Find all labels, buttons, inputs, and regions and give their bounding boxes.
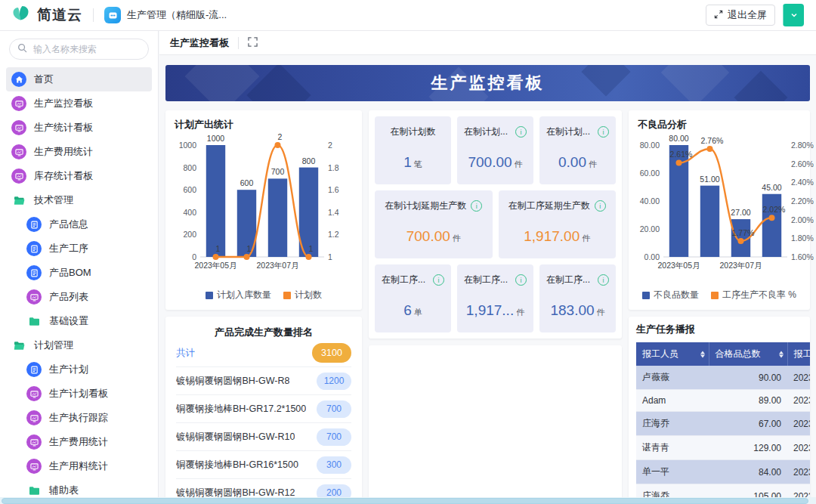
info-icon[interactable]: i <box>598 126 609 138</box>
dashboard-icon <box>26 459 42 474</box>
legend-label: 不良品数量 <box>654 289 699 301</box>
sidebar-item-计划管理[interactable]: 计划管理 <box>6 333 152 357</box>
chart-title: 计划产出统计 <box>175 118 356 131</box>
svg-text:1.2: 1.2 <box>328 230 339 239</box>
sidebar-item-生产统计看板[interactable]: 生产统计看板 <box>6 116 152 140</box>
svg-text:2: 2 <box>328 141 332 150</box>
sidebar-item-label: 生产统计看板 <box>34 121 93 135</box>
svg-text:1.80%: 1.80% <box>791 233 814 243</box>
report-time-cell: 2023-06 <box>787 366 810 390</box>
search-input[interactable] <box>32 43 141 55</box>
svg-text:2.61%: 2.61% <box>670 150 693 159</box>
legend-swatch <box>283 292 291 299</box>
sidebar-item-生产用料统计[interactable]: 生产用料统计 <box>6 454 152 478</box>
horizontal-scrollbar-thumb[interactable] <box>2 498 808 504</box>
legend-item[interactable]: 工序生产不良率 % <box>711 289 796 301</box>
exit-fullscreen-button[interactable]: 退出全屏 <box>706 5 775 26</box>
info-icon[interactable]: i <box>515 126 527 138</box>
sidebar-item-库存统计看板[interactable]: 库存统计看板 <box>6 164 152 188</box>
form-icon <box>26 265 42 280</box>
sidebar-item-生产计划看板[interactable]: 生产计划看板 <box>6 382 152 406</box>
sidebar-item-label: 生产计划看板 <box>49 387 108 400</box>
banner-title: 生产监控看板 <box>431 72 545 94</box>
stat-tile-title: 在制工序延期生产数 <box>508 199 590 212</box>
legend-item[interactable]: 计划数 <box>283 289 322 301</box>
table-header-报工时间[interactable]: 报工时间 <box>787 342 810 366</box>
jiandaoyun-logo[interactable]: 简道云 <box>12 5 82 26</box>
legend-item[interactable]: 不良品数量 <box>642 289 699 301</box>
svg-text:45.00: 45.00 <box>762 183 781 192</box>
stat-tile-value: 1,917...件 <box>464 302 527 328</box>
ranking-item-value: 700 <box>317 400 351 418</box>
ranking-title: 产品完成生产数量排名 <box>176 326 351 339</box>
svg-text:2023年05月: 2023年05月 <box>657 261 700 270</box>
form-icon <box>26 362 42 377</box>
table-header-报工人员[interactable]: 报工人员 <box>636 342 709 366</box>
stat-tile: 在制工序...i6单 <box>375 264 451 332</box>
svg-text:1: 1 <box>328 252 332 261</box>
tab-production-dashboard[interactable]: 生产监控看板 <box>170 36 229 50</box>
svg-text:1.60%: 1.60% <box>791 252 814 261</box>
exit-fullscreen-label: 退出全屏 <box>728 8 767 22</box>
tabbar-divider <box>238 37 239 49</box>
sidebar-item-生产工序[interactable]: 生产工序 <box>6 237 152 261</box>
sidebar-item-产品BOM[interactable]: 产品BOM <box>6 261 152 285</box>
sidebar-item-基础设置[interactable]: 基础设置 <box>6 309 152 333</box>
svg-text:1: 1 <box>247 244 252 253</box>
svg-text:1.6: 1.6 <box>328 185 339 194</box>
table-row: 卢薇薇90.002023-06 <box>636 366 810 390</box>
sidebar-item-生产计划[interactable]: 生产计划 <box>6 357 152 382</box>
sidebar-item-label: 生产费用统计 <box>34 145 93 159</box>
sort-icon[interactable] <box>779 351 784 357</box>
info-icon[interactable]: i <box>471 200 482 212</box>
info-icon[interactable]: i <box>433 274 444 286</box>
svg-text:2023年07月: 2023年07月 <box>256 261 298 270</box>
sidebar-item-label: 基础设置 <box>49 314 88 328</box>
fullscreen-expand-icon[interactable] <box>248 36 258 50</box>
svg-text:2.80%: 2.80% <box>791 141 814 150</box>
svg-text:2.40%: 2.40% <box>791 178 814 187</box>
info-icon[interactable]: i <box>595 200 606 212</box>
tabbar: 生产监控看板 <box>159 31 816 55</box>
install-template-dropdown[interactable] <box>783 4 804 26</box>
ranking-item-value: 700 <box>317 428 351 446</box>
table-row: 单一平84.002023-06 <box>636 460 810 484</box>
sort-icon[interactable] <box>700 351 705 357</box>
product-ranking-card: 产品完成生产数量排名 共计3100镀锡铜覆钢圆钢BH-GW-R81200铜覆钢接… <box>165 317 362 504</box>
sidebar: 首页生产监控看板生产统计看板生产费用统计库存统计看板技术管理产品信息生产工序产品… <box>0 31 159 504</box>
table-header-合格品总数[interactable]: 合格品总数 <box>709 342 787 366</box>
legend-label: 计划数 <box>295 289 322 301</box>
ranking-item-value: 1200 <box>317 373 351 390</box>
svg-text:400: 400 <box>183 208 196 217</box>
app-chip[interactable]: 生产管理（精细版-流... <box>104 7 227 23</box>
svg-text:80.00: 80.00 <box>669 134 688 143</box>
sidebar-item-label: 生产监控看板 <box>34 97 93 110</box>
horizontal-scrollbar[interactable] <box>0 497 816 504</box>
info-icon[interactable]: i <box>598 274 609 286</box>
ranking-item-name: 镀锡铜覆钢圆钢BH-GW-R10 <box>176 431 295 444</box>
sidebar-item-技术管理[interactable]: 技术管理 <box>6 188 152 212</box>
svg-text:600: 600 <box>183 185 196 194</box>
sidebar-item-生产执行跟踪[interactable]: 生产执行跟踪 <box>6 406 152 430</box>
sidebar-item-首页[interactable]: 首页 <box>6 67 152 91</box>
svg-text:600: 600 <box>240 178 254 187</box>
sidebar-item-生产费用统计[interactable]: 生产费用统计 <box>6 140 152 164</box>
report-time-cell: 2023-06 <box>787 390 810 412</box>
stat-row-1: 在制计划数1笔在制计划...i700.00件在制计划...i0.00件 <box>375 116 616 184</box>
stat-tile-value: 0.00件 <box>546 154 609 180</box>
sidebar-item-产品列表[interactable]: 产品列表 <box>6 285 152 309</box>
sidebar-item-生产监控看板[interactable]: 生产监控看板 <box>6 91 152 116</box>
info-icon[interactable]: i <box>515 274 527 286</box>
legend-item[interactable]: 计划入库数量 <box>206 289 271 301</box>
logo-text: 简道云 <box>37 5 82 25</box>
ranking-item-name: 镀锡铜覆钢圆钢BH-GW-R8 <box>176 375 289 388</box>
stat-tile-value: 700.00件 <box>382 228 486 254</box>
install-template-split-button: 安装模板(带数据) <box>783 4 804 26</box>
sidebar-item-生产费用统计[interactable]: 生产费用统计 <box>6 430 152 454</box>
sidebar-item-产品信息[interactable]: 产品信息 <box>6 212 152 237</box>
ranking-row: 铜覆钢接地棒BH-GR17.2*1500700 <box>176 395 351 423</box>
svg-text:1000: 1000 <box>179 141 197 150</box>
topbar: 简道云 生产管理（精细版-流... 退出全屏 安装模板(带数据) <box>0 0 816 31</box>
svg-text:2.02%: 2.02% <box>763 205 786 214</box>
folder-icon <box>26 314 42 329</box>
